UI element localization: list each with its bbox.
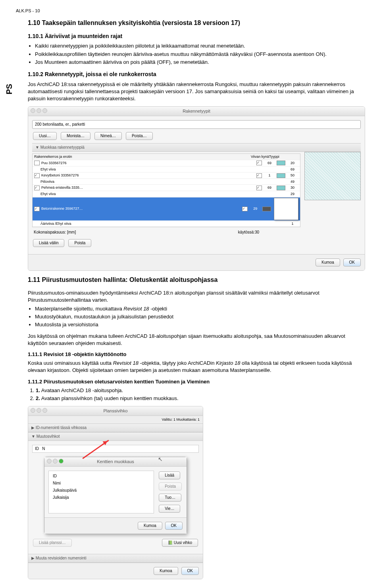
- paragraph: Jos ArchiCAD 18:ssa rakennetyypissä ei o…: [28, 81, 365, 103]
- heading-1-10: 1.10 Taaksepäin tallennuksen yksityiskoh…: [28, 19, 365, 27]
- heading-1-10-1: 1.10.1 Ääriviivat ja muunteiden rajat: [28, 33, 365, 40]
- menu-item-pinnoite[interactable]: Pinnoite: [274, 205, 298, 213]
- section-change-books[interactable]: ▼ Muutosvihkot: [28, 432, 203, 441]
- cursor-icon: ↖: [158, 456, 163, 464]
- window-dot: [42, 408, 47, 413]
- dialog-title: Rakennetyypit: [183, 109, 210, 113]
- ps-sidebar-tab: PS: [3, 79, 15, 99]
- screenshot-rakennetyypit: Rakennetyypit 200 betonilaatta, er., par…: [28, 106, 365, 271]
- field-julkaisija[interactable]: Julkaisija: [50, 494, 152, 501]
- section-id-numbering[interactable]: ▶ ID-numerointi tässä vihkossa: [28, 423, 203, 432]
- paragraph: Piirustusmuutos-ominaisuuden hyödyntämis…: [28, 289, 365, 304]
- window-dot: [42, 108, 47, 113]
- import-button[interactable]: Tuo…: [159, 494, 181, 502]
- section-revision-numbering[interactable]: ▶ Muuta revisioiden numerointi: [28, 554, 203, 563]
- dialog-title: Planssivihko: [103, 408, 127, 413]
- heading-1-11: 1.11 Piirustusmuutosten hallinta: Oletus…: [28, 276, 365, 284]
- heading-1-10-2: 1.10.2 Rakennetyypit, joissa ei ole runk…: [28, 71, 365, 79]
- total-value: 30: [255, 230, 259, 235]
- new-book-button[interactable]: 📗 Uusi vihko: [162, 539, 198, 547]
- page-header: ALK.PS - 10: [16, 8, 365, 14]
- paragraph: Koska uusi ominaisuus käyttää uutta Revi…: [28, 360, 365, 374]
- window-dot: [59, 459, 64, 464]
- inner-title: Kenttien muokkaus: [97, 459, 134, 464]
- list-1-10-1: Kaikki rakennetyyppien ja poikkileikkaus…: [35, 42, 365, 66]
- selection-info: Valittu: 1 Muokattavia: 1: [28, 416, 203, 423]
- dialog-titlebar: Rakennetyypit: [28, 107, 365, 116]
- field-julkaisupaiva[interactable]: Julkaisupäivä: [50, 487, 152, 494]
- add-planssi-button: Lisää planssi…: [33, 539, 72, 547]
- paragraph: Jos käytössä on ohjelman mukana tulleen …: [28, 333, 365, 347]
- step: 1. Avataan ArchiCAD 18 -aloituspohja.: [36, 387, 365, 394]
- window-dot: [37, 408, 41, 413]
- rename-button[interactable]: Nimeä…: [94, 132, 122, 140]
- col-header: Rakennekerros ja erotin: [34, 154, 251, 159]
- list-1-11: Masterplanseille sijoitettu, muokattava …: [35, 305, 365, 329]
- list-item: Muutoslista ja versiohistoria: [35, 321, 365, 328]
- heading-1-11-2: 1.11.2 Piirustusmuutoksen oletusarvoiste…: [28, 378, 365, 385]
- list-item: Masterplanseille sijoitettu, muokattava …: [35, 305, 365, 312]
- window-dot: [47, 459, 52, 464]
- heading-1-11-1: 1.11.1 Revisiot 18 -objektin käyttöönott…: [28, 351, 365, 358]
- layers-table[interactable]: Rakennekerros ja erotinViivan kynäTyyppi…: [32, 153, 300, 227]
- step: 2. Avataan planssivihkon (tai) uuden nip…: [36, 395, 365, 402]
- total-label: Kokonaispaksuus: [mm]: [34, 230, 76, 234]
- section-header: ▼ Muokkaa rakennetyyppiä: [32, 143, 361, 152]
- steps-list: 1. Avataan ArchiCAD 18 -aloituspohja. 2.…: [36, 387, 365, 402]
- usage-label: käytössä:: [238, 230, 255, 235]
- delete-button[interactable]: Poista…: [126, 132, 153, 140]
- ok-button[interactable]: OK: [343, 259, 361, 266]
- layer-type-menu[interactable]: Runko Pinnoite Muu: [274, 198, 298, 220]
- duplicate-button[interactable]: Monista…: [61, 132, 90, 140]
- inner-ok-button[interactable]: OK: [165, 522, 183, 530]
- add-field-button[interactable]: Lisää: [159, 471, 180, 479]
- list-item: Jos Muunteen automaattinen ääriviiva on …: [35, 59, 365, 66]
- window-dot: [53, 459, 58, 464]
- ok-button[interactable]: OK: [181, 567, 199, 575]
- menu-item-muu[interactable]: Muu: [274, 213, 298, 220]
- type-selector[interactable]: 200 betonilaatta, er., parketti: [32, 120, 361, 129]
- window-dot: [37, 108, 41, 113]
- inner-titlebar: Kenttien muokkaus ↖: [44, 457, 187, 467]
- list-item: Poikkileikkausprofiilien täytteiden reun…: [35, 51, 365, 58]
- list-item: Muutostyökalun, muutostaulukon ja julkai…: [35, 313, 365, 320]
- cancel-button[interactable]: Kumoa: [316, 259, 340, 266]
- col-id: ID: [35, 446, 39, 451]
- col-n: N: [42, 446, 45, 451]
- new-button[interactable]: Uusi…: [33, 132, 57, 140]
- inner-dialog: Kenttien muokkaus ↖ ID Nimi Julkaisupäiv…: [44, 457, 187, 534]
- export-button[interactable]: Vie…: [159, 505, 180, 513]
- dialog-titlebar: Planssivihko: [28, 406, 203, 416]
- inner-cancel-button[interactable]: Kumoa: [138, 522, 162, 530]
- window-dot: [31, 408, 35, 413]
- remove-button[interactable]: Poista: [68, 239, 91, 247]
- menu-item-runko[interactable]: Runko: [274, 198, 298, 205]
- field-nimi[interactable]: Nimi: [50, 480, 152, 487]
- window-dot: [31, 108, 35, 113]
- preview-panel: [304, 152, 361, 200]
- cancel-button[interactable]: Kumoa: [154, 567, 178, 575]
- screenshot-planssivihko: Planssivihko Valittu: 1 Muokattavia: 1 ▶…: [28, 406, 203, 579]
- field-id[interactable]: ID: [50, 473, 152, 480]
- fields-list[interactable]: ID Nimi Julkaisupäivä Julkaisija: [48, 471, 154, 513]
- list-item: Kaikki rakennetyyppien ja poikkileikkaus…: [35, 42, 365, 50]
- insert-button[interactable]: Lisää väliin: [33, 239, 64, 247]
- delete-field-button: Poista: [159, 483, 182, 490]
- col-header: Viivan kynäTyyppi: [251, 154, 298, 159]
